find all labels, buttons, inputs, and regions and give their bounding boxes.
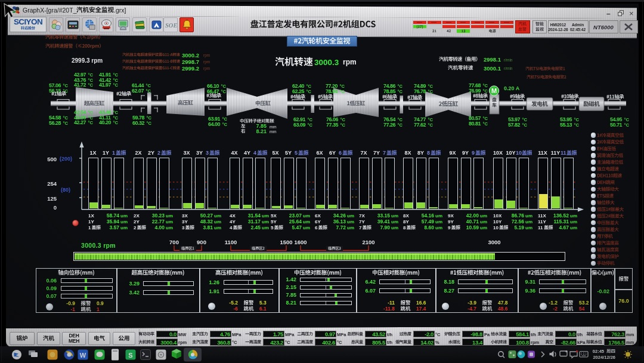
svg-text:S: S <box>128 352 132 359</box>
svg-text:W: W <box>80 352 86 359</box>
